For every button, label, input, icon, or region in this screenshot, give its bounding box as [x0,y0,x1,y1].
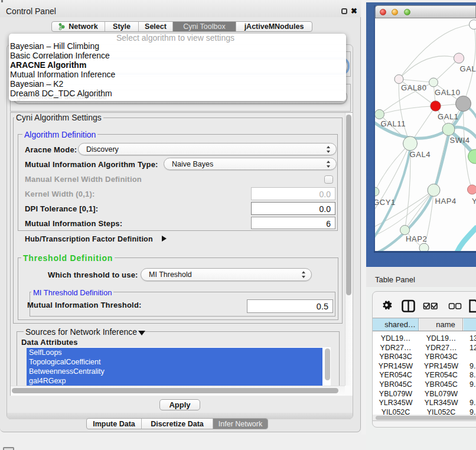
svg-text:GAL80: GAL80 [401,83,426,92]
svg-text:HAP4: HAP4 [435,197,457,206]
svg-text:Y: Y [472,197,476,206]
svg-text:GAL1: GAL1 [438,112,459,121]
svg-text:HAP2: HAP2 [406,234,427,243]
svg-text:GCY1: GCY1 [375,198,396,207]
svg-text:GAL2: GAL2 [460,64,476,73]
svg-text:GAL4: GAL4 [410,150,431,159]
svg-text:GAL10: GAL10 [435,88,460,97]
svg-text:SWI4: SWI4 [450,136,470,145]
svg-text:GAL11: GAL11 [381,119,406,128]
